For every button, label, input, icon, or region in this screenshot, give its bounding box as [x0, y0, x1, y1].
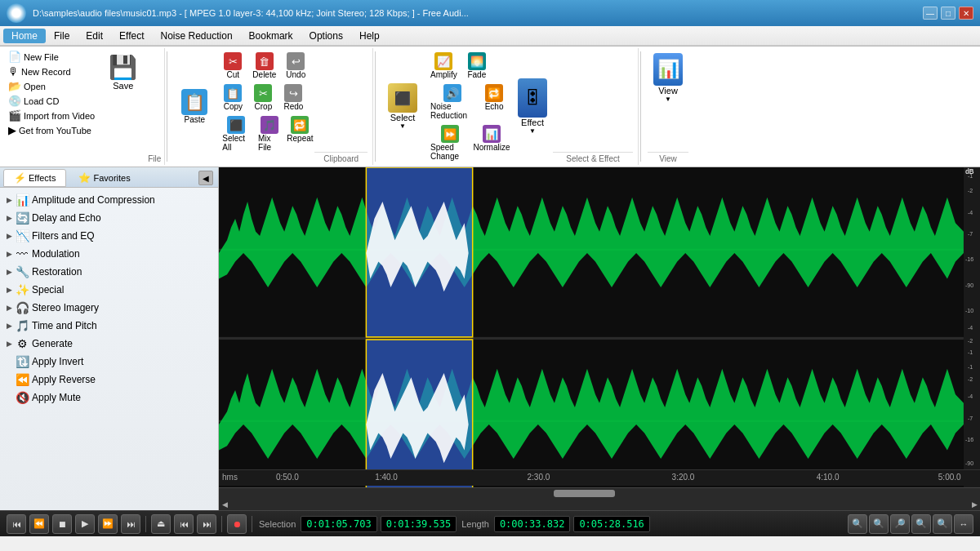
save-icon: 💾: [109, 54, 137, 81]
effect-item-filters[interactable]: ▶ 📉 Filters and EQ: [0, 227, 218, 245]
menu-file[interactable]: File: [46, 29, 78, 43]
fade-button[interactable]: 🌅 Fade: [462, 50, 492, 82]
effect-item-modulation[interactable]: ▶ 〰 Modulation: [0, 245, 218, 263]
delete-icon: 🗑: [256, 52, 274, 70]
go-to-start-button[interactable]: ⏮: [7, 514, 26, 534]
zoom-fit-button[interactable]: 🔎: [890, 514, 910, 534]
redo-button[interactable]: ↪ Redo: [278, 82, 308, 113]
close-button[interactable]: ✕: [959, 7, 973, 20]
crop-button[interactable]: ✂ Crop: [248, 82, 278, 113]
menu-noise-reduction[interactable]: Noise Reduction: [153, 29, 241, 43]
view-button[interactable]: 📊 View ▼: [648, 50, 688, 106]
effect-item-special[interactable]: ▶ ✨ Special: [0, 281, 218, 299]
new-record-button[interactable]: 🎙 New Record: [5, 64, 98, 78]
transport-sep-3: [252, 516, 252, 532]
restoration-icon: 🔧: [16, 265, 29, 278]
menu-help[interactable]: Help: [351, 29, 388, 43]
menu-home[interactable]: Home: [3, 29, 46, 43]
delete-button[interactable]: 🗑 Delete: [248, 50, 280, 82]
title-text: D:\samples\audio files\music01.mp3 - [ M…: [33, 8, 923, 18]
play-button[interactable]: ▶: [75, 514, 95, 534]
noise-reduction-icon: 🔊: [443, 84, 461, 102]
record-button[interactable]: ⏺: [227, 514, 247, 534]
import-video-button[interactable]: 🎬 Import from Video: [5, 109, 98, 122]
youtube-icon: ▶: [8, 124, 16, 136]
ribbon: 📄 New File 🎙 New Record 📂 Open 💿 Load CD…: [0, 46, 980, 167]
speed-change-button[interactable]: ⏩ Speed Change: [426, 122, 474, 163]
import-video-icon: 🎬: [8, 109, 21, 122]
scrollbar-thumb[interactable]: [554, 490, 615, 497]
ribbon-group-file: 📄 New File 🎙 New Record 📂 Open 💿 Load CD…: [2, 48, 165, 165]
effect-item-amplitude[interactable]: ▶ 📊 Amplitude and Compression: [0, 191, 218, 209]
next-marker-button[interactable]: ⏭: [197, 514, 216, 534]
repeat-button[interactable]: 🔁 Repeat: [285, 113, 314, 154]
normalize-button[interactable]: 📊 Normalize: [474, 122, 509, 163]
scroll-right-button[interactable]: ▶: [969, 499, 980, 510]
special-arrow: ▶: [7, 286, 12, 294]
effect-item-apply-invert[interactable]: ▶ 🔃 Apply Invert: [0, 353, 218, 371]
time-pitch-arrow: ▶: [7, 322, 12, 330]
menu-effect[interactable]: Effect: [111, 29, 152, 43]
minimize-button[interactable]: —: [923, 7, 938, 20]
effect-button[interactable]: 🎛 Effect ▼: [512, 75, 553, 138]
zoom-extra-button[interactable]: ↔: [954, 514, 973, 534]
noise-reduction-button[interactable]: 🔊 Noise Reduction: [426, 82, 479, 122]
waveform-area[interactable]: -1 -2 -4 -7 -16 -90 -10 -4 -2 -1 -1 -2 -…: [219, 167, 980, 510]
effect-item-generate[interactable]: ▶ ⚙ Generate: [0, 335, 218, 353]
extra-button[interactable]: ⏏: [151, 514, 171, 534]
amplify-button[interactable]: 📈 Amplify: [426, 50, 461, 82]
mix-file-button[interactable]: 🎵 Mix File: [254, 113, 284, 154]
maximize-button[interactable]: □: [941, 7, 956, 20]
open-button[interactable]: 📂 Open: [5, 79, 98, 93]
menu-bookmark[interactable]: Bookmark: [241, 29, 301, 43]
effect-item-apply-mute[interactable]: ▶ 🔇 Apply Mute: [0, 389, 218, 407]
copy-button[interactable]: 📋 Copy: [218, 82, 247, 113]
amplitude-arrow: ▶: [7, 196, 12, 204]
menu-edit[interactable]: Edit: [78, 29, 111, 43]
select-dropdown-arrow: ▼: [399, 122, 406, 130]
select-button[interactable]: ⬛ Select ▼: [382, 80, 423, 133]
app-logo: [7, 3, 26, 23]
zoom-in-h-button[interactable]: 🔍: [848, 514, 867, 534]
horizontal-scrollbar[interactable]: [219, 487, 980, 499]
special-icon: ✨: [16, 283, 29, 296]
save-button[interactable]: 💾 Save: [101, 50, 145, 163]
zoom-in-v-button[interactable]: 🔍: [911, 514, 931, 534]
effect-item-apply-reverse[interactable]: ▶ ⏪ Apply Reverse: [0, 371, 218, 389]
cut-button[interactable]: ✂ Cut: [218, 50, 247, 82]
effect-item-time-pitch[interactable]: ▶ 🎵 Time and Pitch: [0, 317, 218, 335]
tab-favorites[interactable]: ⭐ Favorites: [68, 169, 140, 187]
effect-item-stereo[interactable]: ▶ 🎧 Stereo Imagery: [0, 299, 218, 317]
effect-dropdown-arrow: ▼: [529, 127, 536, 135]
tab-effects[interactable]: ⚡ Effects: [3, 169, 66, 187]
fast-forward-button[interactable]: ⏩: [98, 514, 118, 534]
echo-button[interactable]: 🔁 Echo: [479, 82, 509, 122]
paste-button[interactable]: 📋 Paste: [174, 86, 215, 127]
select-all-button[interactable]: ⬛ Select All: [218, 113, 253, 154]
get-youtube-button[interactable]: ▶ Get from YouTube: [5, 123, 98, 137]
ribbon-content: 📄 New File 🎙 New Record 📂 Open 💿 Load CD…: [0, 46, 980, 167]
svg-text:-4: -4: [968, 393, 973, 400]
filters-arrow: ▶: [7, 232, 12, 240]
modulation-icon: 〰: [16, 247, 29, 260]
zoom-out-v-button[interactable]: 🔍: [933, 514, 952, 534]
mix-file-icon: 🎵: [261, 116, 278, 134]
undo-button[interactable]: ↩ Undo: [281, 50, 310, 82]
load-cd-button[interactable]: 💿 Load CD: [5, 94, 98, 108]
modulation-arrow: ▶: [7, 250, 12, 258]
zoom-out-h-button[interactable]: 🔍: [869, 514, 889, 534]
prev-marker-button[interactable]: ⏮: [174, 514, 194, 534]
stop-button[interactable]: ⏹: [52, 514, 72, 534]
panel-nav-button[interactable]: ◀: [198, 171, 213, 185]
effect-item-restoration[interactable]: ▶ 🔧 Restoration: [0, 263, 218, 281]
fade-icon: 🌅: [468, 52, 486, 70]
new-file-button[interactable]: 📄 New File: [5, 50, 98, 64]
scroll-left-button[interactable]: ◀: [219, 499, 230, 510]
menu-options[interactable]: Options: [301, 29, 351, 43]
time-label-3: 2:30.0: [528, 473, 550, 482]
rewind-button[interactable]: ⏪: [29, 514, 49, 534]
effect-item-delay[interactable]: ▶ 🔄 Delay and Echo: [0, 209, 218, 227]
svg-text:-16: -16: [965, 256, 973, 263]
left-panel-tabs: ⚡ Effects ⭐ Favorites ◀: [0, 167, 218, 188]
go-to-end-button[interactable]: ⏭: [121, 514, 140, 534]
